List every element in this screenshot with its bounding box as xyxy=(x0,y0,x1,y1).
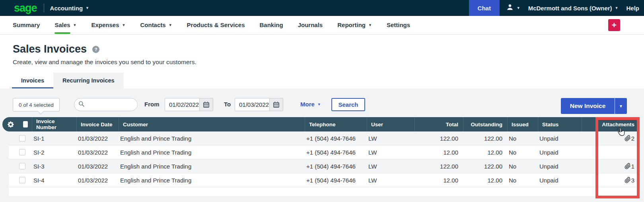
table-row[interactable]: SI-3 01/03/2022 English and Prince Tradi… xyxy=(9,159,639,173)
attachment-count: 2 xyxy=(631,135,634,142)
column-header-status[interactable]: Status xyxy=(538,117,582,131)
nav-item-summary[interactable]: Summary xyxy=(13,22,40,29)
search-box xyxy=(74,98,138,111)
table-row[interactable]: SI-1 01/03/2022 English and Prince Tradi… xyxy=(9,131,639,145)
cell-invoice-date: 01/03/2022 xyxy=(76,135,119,142)
product-label: Accounting xyxy=(50,5,83,12)
nav-item-banking[interactable]: Banking xyxy=(259,22,283,29)
column-header-invoice-number[interactable]: Invoice Number xyxy=(32,117,76,131)
from-label: From xyxy=(144,101,160,108)
cell-attachments[interactable]: 1 xyxy=(582,163,639,170)
column-header-issued[interactable]: Issued xyxy=(507,117,538,131)
cell-total: 122.00 xyxy=(414,135,463,142)
row-checkbox[interactable] xyxy=(9,149,32,155)
cell-invoice-number: SI-1 xyxy=(32,135,76,142)
nav-item-journals[interactable]: Journals xyxy=(298,22,323,29)
tab-bar: Invoices Recurring Invoices xyxy=(12,73,124,88)
nav-item-reporting[interactable]: Reporting▼ xyxy=(337,22,372,29)
column-header-invoice-date[interactable]: Invoice Date xyxy=(76,117,119,131)
page-help-icon[interactable]: ? xyxy=(92,46,99,53)
new-invoice-button[interactable]: New Invoice xyxy=(561,98,615,114)
select-all-checkbox[interactable] xyxy=(19,117,32,131)
column-header-user[interactable]: User xyxy=(367,117,414,131)
to-date-input[interactable] xyxy=(235,98,270,111)
cell-invoice-date: 01/03/2022 xyxy=(76,177,119,184)
cell-invoice-number: SI-4 xyxy=(32,177,76,184)
column-header-outstanding[interactable]: Outstanding xyxy=(463,117,507,131)
table-row[interactable]: SI-4 01/03/2022 English and Prince Tradi… xyxy=(9,173,639,187)
calendar-icon xyxy=(273,101,280,108)
row-checkbox[interactable] xyxy=(9,135,32,141)
cell-user: LW xyxy=(367,177,414,184)
nav-item-sales[interactable]: Sales▼ xyxy=(54,22,76,29)
column-header-attachments[interactable]: Attachments xyxy=(582,117,639,131)
paperclip-icon xyxy=(625,177,631,183)
product-switcher[interactable]: Accounting ▼ xyxy=(50,5,89,12)
from-date-group xyxy=(165,98,213,111)
quick-add-button[interactable]: + xyxy=(608,19,620,31)
row-checkbox[interactable] xyxy=(9,163,32,169)
cell-telephone: +1 (504) 494-7646 xyxy=(305,177,367,184)
table-body: SI-1 01/03/2022 English and Prince Tradi… xyxy=(9,131,639,187)
column-header-total[interactable]: Total xyxy=(414,117,463,131)
search-button[interactable]: Search xyxy=(331,98,365,111)
column-header-telephone[interactable]: Telephone xyxy=(305,117,367,131)
account-label: McDermott and Sons (Owner) xyxy=(528,5,612,12)
calendar-icon xyxy=(203,101,210,108)
page-subtitle: Create, view and manage the invoices you… xyxy=(13,59,197,66)
cell-user: LW xyxy=(367,149,414,156)
cell-outstanding: 12.00 xyxy=(463,149,507,156)
help-link[interactable]: Help xyxy=(626,5,639,12)
cell-total: 12.00 xyxy=(414,177,463,184)
cell-issued: No xyxy=(507,135,538,142)
cell-user: LW xyxy=(367,163,414,170)
cell-issued: No xyxy=(507,177,538,184)
column-settings-button[interactable] xyxy=(2,121,19,128)
cell-outstanding: 122.00 xyxy=(463,163,507,170)
table-header: Invoice Number Invoice Date Customer Tel… xyxy=(2,117,639,131)
cell-attachments[interactable]: 2 xyxy=(582,135,639,142)
chat-button[interactable]: Chat xyxy=(469,0,500,16)
to-date-group xyxy=(235,98,283,111)
attachment-count: 1 xyxy=(631,163,634,170)
cell-total: 122.00 xyxy=(414,163,463,170)
cell-invoice-date: 01/03/2022 xyxy=(76,163,119,170)
to-calendar-button[interactable] xyxy=(270,98,283,111)
chevron-down-icon: ▼ xyxy=(169,23,172,27)
from-date-input[interactable] xyxy=(165,98,200,111)
cell-attachments[interactable]: 3 xyxy=(582,177,639,184)
paperclip-icon xyxy=(625,135,631,141)
cell-issued: No xyxy=(507,163,538,170)
table-row[interactable]: SI-2 01/03/2022 English and Prince Tradi… xyxy=(9,145,639,159)
cell-telephone: +1 (504) 494-7646 xyxy=(305,149,367,156)
chevron-down-icon: ▼ xyxy=(73,23,77,27)
tab-recurring-invoices[interactable]: Recurring Invoices xyxy=(53,73,124,88)
table-bottom-area xyxy=(9,187,639,196)
nav-item-contacts[interactable]: Contacts▼ xyxy=(140,22,172,29)
chevron-down-icon: ▼ xyxy=(619,104,623,108)
cell-status: Unpaid xyxy=(538,135,582,142)
more-filters-button[interactable]: More ▼ xyxy=(300,101,321,108)
column-header-customer[interactable]: Customer xyxy=(119,117,305,131)
chevron-down-icon: ▼ xyxy=(615,6,619,10)
gear-icon xyxy=(7,121,15,128)
paperclip-icon xyxy=(625,163,631,169)
app-root: sage Accounting ▼ Chat ▼ McDermott and S… xyxy=(0,0,644,202)
user-menu[interactable]: ▼ xyxy=(506,3,520,13)
new-invoice-split-button: New Invoice ▼ xyxy=(561,98,627,114)
search-icon xyxy=(78,101,85,109)
new-invoice-dropdown-button[interactable]: ▼ xyxy=(615,98,627,114)
tab-invoices[interactable]: Invoices xyxy=(12,73,53,88)
cell-issued: No xyxy=(507,149,538,156)
cell-customer: English and Prince Trading xyxy=(119,163,305,170)
nav-item-expenses[interactable]: Expenses▼ xyxy=(91,22,126,29)
chevron-down-icon: ▼ xyxy=(368,23,372,27)
chevron-down-icon: ▼ xyxy=(122,23,126,27)
nav-item-products-services[interactable]: Products & Services xyxy=(187,22,245,29)
from-calendar-button[interactable] xyxy=(200,98,213,111)
cell-customer: English and Prince Trading xyxy=(119,135,305,142)
sage-logo: sage xyxy=(14,1,37,15)
row-checkbox[interactable] xyxy=(9,177,32,183)
nav-item-settings[interactable]: Settings xyxy=(387,22,410,29)
account-menu[interactable]: McDermott and Sons (Owner) ▼ xyxy=(528,5,619,12)
